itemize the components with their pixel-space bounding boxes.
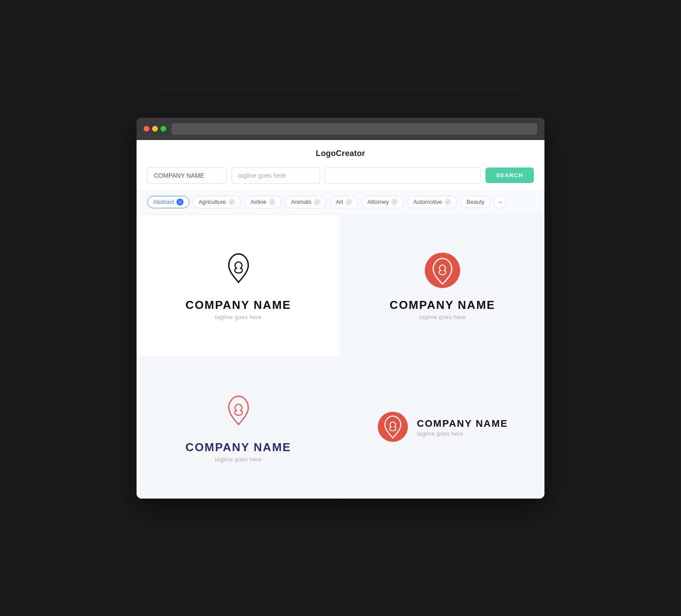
- company-name-input[interactable]: [147, 167, 227, 184]
- filter-bar: Abstract ✓ Agriculture ✓ Airline ✓ Anima…: [137, 191, 544, 215]
- filter-tag-automotive[interactable]: Automotive ✓: [407, 196, 457, 208]
- filter-label-abstract: Abstract: [153, 199, 174, 205]
- filter-tag-airline[interactable]: Airline ✓: [245, 196, 282, 208]
- check-icon-abstract: ✓: [176, 199, 184, 206]
- logo-company-2: COMPANY NAME: [390, 298, 495, 312]
- filter-label-airline: Airline: [250, 199, 266, 205]
- filter-tag-abstract[interactable]: Abstract ✓: [147, 196, 189, 208]
- logo-company-4: COMPANY NAME: [417, 418, 508, 429]
- address-bar[interactable]: [172, 123, 537, 135]
- logo-card-2[interactable]: COMPANY NAME tagline goes here: [340, 215, 544, 357]
- logo-text-col-4: COMPANY NAME tagline goes here: [417, 418, 508, 437]
- check-icon-agriculture: ✓: [228, 199, 235, 206]
- filter-tag-attorney[interactable]: Attorney ✓: [362, 196, 404, 208]
- traffic-light-fullscreen[interactable]: [160, 126, 166, 132]
- check-icon-automotive: ✓: [444, 199, 451, 206]
- filter-tag-beauty[interactable]: Beauty: [461, 196, 490, 208]
- browser-window: LogoCreator SEARCH Abstract ✓ Agricultur…: [137, 118, 544, 499]
- browser-titlebar: [137, 118, 544, 140]
- check-icon-art: ✓: [345, 199, 352, 206]
- filter-label-animals: Animals: [291, 199, 311, 205]
- logo-tagline-4: tagline goes here: [417, 430, 463, 437]
- filter-label-agriculture: Agriculture: [199, 199, 226, 205]
- traffic-light-close[interactable]: [144, 126, 149, 132]
- filter-label-attorney: Attorney: [368, 199, 389, 205]
- logo-company-1: COMPANY NAME: [185, 298, 291, 312]
- filter-tag-art[interactable]: Art ✓: [330, 196, 358, 208]
- check-icon-animals: ✓: [313, 199, 321, 206]
- traffic-lights: [144, 126, 166, 132]
- tagline-input[interactable]: [231, 167, 320, 184]
- search-button[interactable]: SEARCH: [485, 168, 534, 183]
- filter-label-beauty: Beauty: [466, 199, 484, 205]
- logo-card-1[interactable]: COMPANY NAME tagline goes here: [137, 215, 340, 357]
- logo-tagline-1: tagline goes here: [215, 314, 262, 320]
- logo-grid: COMPANY NAME tagline goes here COMPANY N…: [137, 215, 544, 499]
- app-title: LogoCreator: [137, 140, 544, 167]
- logo-icon-4: [377, 411, 409, 444]
- logo-tagline-3: tagline goes here: [215, 456, 262, 463]
- app-content: LogoCreator SEARCH Abstract ✓ Agricultur…: [137, 140, 544, 499]
- filter-label-art: Art: [336, 199, 343, 205]
- logo-company-3: COMPANY NAME: [185, 441, 291, 454]
- check-icon-attorney: ✓: [391, 199, 398, 206]
- logo-icon-1: [221, 250, 256, 292]
- logo-card-4[interactable]: COMPANY NAME tagline goes here: [340, 357, 544, 499]
- traffic-light-minimize[interactable]: [152, 126, 158, 132]
- logo-card-3[interactable]: COMPANY NAME tagline goes here: [137, 357, 340, 499]
- logo-icon-2: [423, 250, 462, 292]
- logo-tagline-2: tagline goes here: [419, 314, 466, 320]
- logo-icon-3: [221, 393, 256, 434]
- search-bar: SEARCH: [137, 167, 544, 191]
- logo-inline-row-4: COMPANY NAME tagline goes here: [377, 411, 508, 444]
- filter-tag-animals[interactable]: Animals ✓: [285, 196, 326, 208]
- filter-next-button[interactable]: →: [494, 196, 506, 208]
- filter-label-automotive: Automotive: [413, 199, 442, 205]
- color-input[interactable]: [325, 167, 481, 184]
- filter-tag-agriculture[interactable]: Agriculture ✓: [193, 196, 241, 208]
- check-icon-airline: ✓: [269, 199, 276, 206]
